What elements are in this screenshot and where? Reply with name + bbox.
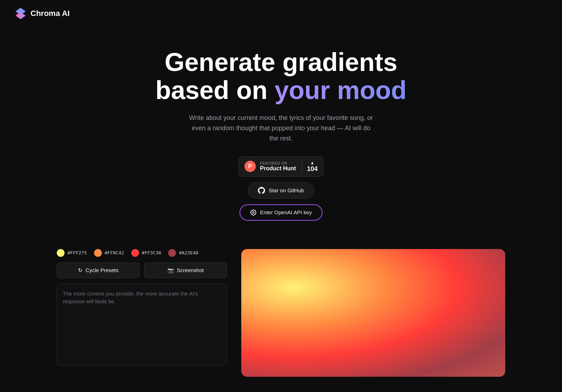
navbar: Chroma AI xyxy=(0,0,562,27)
github-button-label: Star on GitHub xyxy=(269,187,304,193)
color-swatch-2: #FF8C42 xyxy=(94,249,124,257)
ph-name: Product Hunt xyxy=(260,165,296,172)
camera-icon: 📷 xyxy=(167,267,174,274)
left-panel: #FFF275 #FF8C42 #FF3C38 #A23E48 ↻ Cycle … xyxy=(57,249,227,367)
color-swatch-1: #FFF275 xyxy=(57,249,87,257)
hero-title-line1: Generate gradients xyxy=(155,48,407,76)
hero-title: Generate gradients based on your mood xyxy=(155,48,407,104)
color-swatch-3: #FF3C38 xyxy=(131,249,161,257)
swatch-circle-1 xyxy=(57,249,65,257)
screenshot-button[interactable]: 📷 Screenshot xyxy=(144,263,227,278)
logo-icon xyxy=(14,7,27,20)
swatch-label-3: #FF3C38 xyxy=(142,250,161,255)
swatch-circle-4 xyxy=(168,249,176,257)
hero-title-gradient: your mood xyxy=(275,76,407,104)
swatch-label-2: #FF8C42 xyxy=(105,250,124,255)
textarea-container xyxy=(57,284,227,367)
cycle-icon: ↻ xyxy=(78,267,83,274)
cycle-presets-button[interactable]: ↻ Cycle Presets xyxy=(57,263,140,278)
svg-point-4 xyxy=(253,212,254,214)
brand-name: Chroma AI xyxy=(31,9,70,18)
swatch-label-4: #A23E48 xyxy=(179,250,198,255)
color-swatches: #FFF275 #FF8C42 #FF3C38 #A23E48 xyxy=(57,249,227,257)
api-key-button[interactable]: Enter OpenAI API key xyxy=(239,204,323,221)
svg-marker-3 xyxy=(16,12,26,19)
product-hunt-badge[interactable]: P FEATURED ON Product Hunt ▲ 104 xyxy=(238,156,324,177)
gear-icon xyxy=(250,209,257,216)
hero-title-line2: based on your mood xyxy=(155,76,407,104)
github-button[interactable]: Star on GitHub xyxy=(248,182,314,199)
ph-featured-label: FEATURED ON xyxy=(260,161,296,165)
ph-vote-count: 104 xyxy=(307,165,318,173)
swatch-circle-3 xyxy=(131,249,139,257)
mood-textarea[interactable] xyxy=(57,284,227,365)
hero-title-plain: based on xyxy=(155,76,275,104)
ph-arrow: ▲ xyxy=(310,160,314,165)
logo[interactable]: Chroma AI xyxy=(14,7,70,20)
gradient-preview xyxy=(241,249,505,377)
color-swatch-4: #A23E48 xyxy=(168,249,198,257)
ph-text: FEATURED ON Product Hunt xyxy=(260,161,296,172)
cycle-presets-label: Cycle Presets xyxy=(86,267,119,273)
hero-subtitle: Write about your current mood, the lyric… xyxy=(189,113,373,143)
button-row: ↻ Cycle Presets 📷 Screenshot xyxy=(57,263,227,278)
api-key-button-label: Enter OpenAI API key xyxy=(260,209,312,215)
ph-logo-icon: P xyxy=(244,161,256,172)
hero-section: Generate gradients based on your mood Wr… xyxy=(0,27,562,235)
controls-section: #FFF275 #FF8C42 #FF3C38 #A23E48 ↻ Cycle … xyxy=(0,235,562,377)
github-icon xyxy=(258,187,265,194)
ph-votes: ▲ 104 xyxy=(302,160,318,173)
swatch-circle-2 xyxy=(94,249,102,257)
swatch-label-1: #FFF275 xyxy=(67,250,87,255)
screenshot-label: Screenshot xyxy=(177,267,204,273)
